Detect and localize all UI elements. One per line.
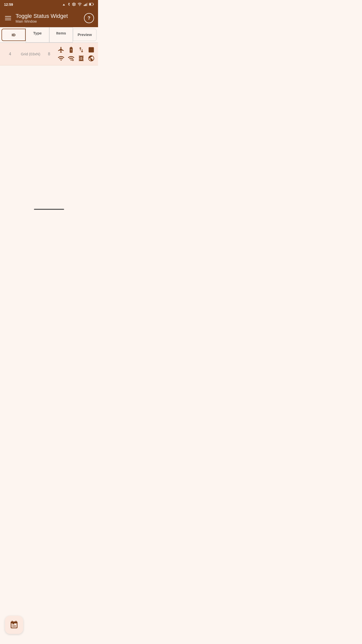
wifi-settings-icon — [68, 55, 75, 62]
wifi-icon — [58, 55, 65, 62]
content-area — [0, 136, 98, 206]
svg-rect-9 — [89, 3, 91, 5]
home-indicator — [0, 206, 98, 212]
status-time: 12:59 — [4, 3, 13, 7]
status-icons — [62, 2, 94, 7]
toolbar: Toggle Status Widget Main Window ? — [0, 9, 98, 27]
wifi-status-icon — [77, 3, 82, 7]
table-container: 4 Grid (03xN) 8 — [0, 43, 98, 136]
tab-bar: ID Type Items Preview — [0, 27, 98, 43]
menu-button[interactable] — [4, 15, 12, 21]
swap-vertical-icon — [78, 46, 85, 53]
row-items: 8 — [43, 52, 55, 56]
help-button[interactable]: ? — [84, 13, 94, 23]
status-bar: 12:59 — [0, 0, 98, 9]
battery-status-icon — [89, 3, 94, 7]
svg-point-11 — [73, 60, 73, 60]
help-icon: ? — [88, 16, 90, 21]
home-bar — [34, 209, 64, 210]
svg-rect-6 — [87, 3, 87, 6]
row-id: 4 — [3, 52, 18, 56]
svg-rect-8 — [93, 4, 94, 5]
svg-rect-5 — [86, 4, 86, 6]
toolbar-title-block: Toggle Status Widget Main Window — [16, 13, 84, 23]
globe-icon — [88, 55, 95, 62]
signal-icon — [83, 2, 87, 7]
tab-preview[interactable]: Preview — [73, 29, 97, 41]
battery-preview-icon — [68, 46, 75, 53]
tab-items[interactable]: Items — [49, 27, 73, 43]
tab-id[interactable]: ID — [2, 29, 26, 41]
tab-type[interactable]: Type — [26, 27, 49, 43]
svg-point-1 — [73, 4, 74, 5]
row-preview — [55, 46, 96, 62]
settings-status-icon — [72, 2, 76, 7]
svg-point-0 — [64, 4, 64, 5]
menu-line-3 — [5, 20, 11, 20]
table-row[interactable]: 4 Grid (03xN) 8 — [0, 43, 98, 65]
bluetooth-icon — [67, 2, 70, 7]
menu-line-2 — [5, 18, 11, 18]
app-title: Toggle Status Widget — [16, 13, 84, 19]
svg-rect-3 — [84, 5, 84, 6]
list-box-icon — [88, 46, 95, 53]
airplane-icon — [58, 46, 65, 53]
menu-line-1 — [5, 16, 11, 17]
app-subtitle: Main Window — [16, 19, 84, 23]
row-type: Grid (03xN) — [18, 52, 43, 56]
svg-point-2 — [79, 5, 80, 6]
candy-icon — [78, 55, 85, 62]
network-icon — [62, 3, 66, 7]
svg-rect-4 — [85, 4, 85, 6]
